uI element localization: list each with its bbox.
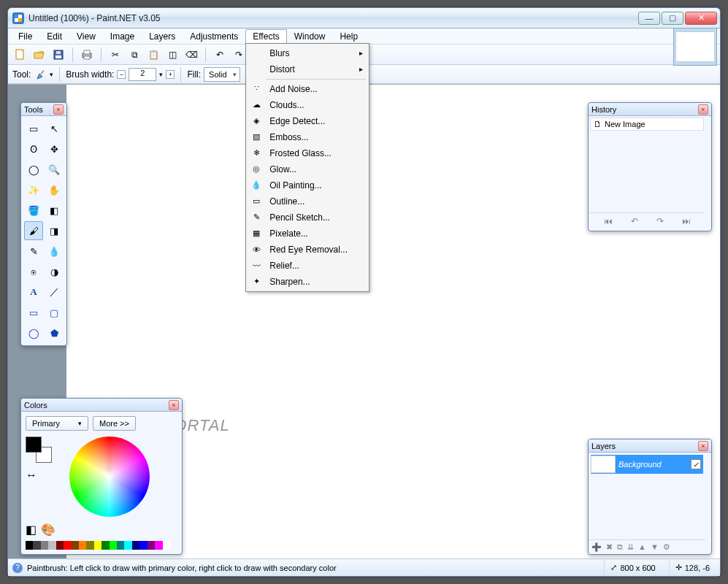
fx-pencil-sketch[interactable]: ✎Pencil Sketch... <box>248 210 367 226</box>
tool-rectangle[interactable]: ▭ <box>24 303 43 322</box>
swatch[interactable] <box>110 541 117 550</box>
swatch[interactable] <box>86 541 93 550</box>
tool-color-picker[interactable]: 💧 <box>45 242 64 261</box>
tool-magic-wand[interactable]: ✨ <box>24 180 43 199</box>
swap-colors-icon[interactable]: ↔ <box>26 469 37 482</box>
current-tool-icon[interactable] <box>34 66 50 82</box>
tool-ellipse[interactable]: ◯ <box>24 323 43 342</box>
fx-oil-painting[interactable]: 💧Oil Painting... <box>248 177 367 193</box>
layer-props-icon[interactable]: ⚙ <box>663 542 670 552</box>
menu-edit[interactable]: Edit <box>39 29 69 44</box>
swatch[interactable] <box>79 541 86 550</box>
menu-layers[interactable]: Layers <box>142 29 183 44</box>
swatch[interactable] <box>117 541 124 550</box>
fx-add-noise[interactable]: ∵Add Noise... <box>248 81 367 97</box>
minimize-button[interactable]: — <box>638 12 660 25</box>
crop-button[interactable]: ◫ <box>164 47 180 63</box>
layers-close-icon[interactable]: × <box>698 441 708 451</box>
layer-down-icon[interactable]: ▼ <box>651 542 659 552</box>
menu-file[interactable]: File <box>11 29 39 44</box>
brush-width-increment[interactable]: + <box>166 70 175 79</box>
history-close-icon[interactable]: × <box>698 104 708 115</box>
swatch[interactable] <box>163 541 170 550</box>
fx-clouds[interactable]: ☁Clouds... <box>248 97 367 113</box>
history-undo-icon[interactable]: ↶ <box>631 216 638 226</box>
tool-recolor[interactable]: ◑ <box>45 262 64 281</box>
colors-more-button[interactable]: More >> <box>93 416 136 431</box>
swatch[interactable] <box>124 541 131 550</box>
history-palette[interactable]: History× 🗋 New Image ⏮ ↶ ↷ ⏭ <box>588 102 712 231</box>
redo-button[interactable]: ↷ <box>231 47 247 63</box>
fx-sharpen[interactable]: ✦Sharpen... <box>248 274 367 290</box>
swatch[interactable] <box>132 541 139 550</box>
deselect-button[interactable]: ⌫ <box>183 47 199 63</box>
tool-paintbrush[interactable]: 🖌 <box>24 221 43 240</box>
layer-delete-icon[interactable]: ✖ <box>606 542 613 552</box>
tool-clone-stamp[interactable]: ⍟ <box>24 262 43 281</box>
menu-image[interactable]: Image <box>103 29 142 44</box>
tool-eraser[interactable]: ◨ <box>45 221 64 240</box>
colors-close-icon[interactable]: × <box>169 400 179 410</box>
undo-button[interactable]: ↶ <box>212 47 228 63</box>
fx-red-eye-removal[interactable]: 👁Red Eye Removal... <box>248 242 367 258</box>
primary-secondary-swatch[interactable] <box>26 437 52 463</box>
tool-freeform[interactable]: ⬟ <box>45 323 64 342</box>
tool-line[interactable]: ／ <box>45 283 64 301</box>
fx-edge-detect[interactable]: ◈Edge Detect... <box>248 113 367 129</box>
maximize-button[interactable]: ▢ <box>662 12 683 25</box>
tool-pencil[interactable]: ✎ <box>24 242 43 261</box>
tools-palette[interactable]: Tools× ▭ ↖ ʘ ✥ ◯ 🔍 ✨ ✋ 🪣 ◧ 🖌 ◨ ✎ 💧 ⍟ ◑ A… <box>20 102 67 346</box>
image-thumbnail[interactable] <box>673 28 717 66</box>
swatch[interactable] <box>56 541 64 550</box>
menu-window[interactable]: Window <box>287 29 333 44</box>
tool-rounded-rect[interactable]: ▢ <box>45 303 64 322</box>
tool-move-selection[interactable]: ↖ <box>45 119 64 138</box>
layer-row[interactable]: Background ✓ <box>591 455 703 474</box>
tool-lasso[interactable]: ʘ <box>24 139 43 158</box>
layer-up-icon[interactable]: ▲ <box>638 542 646 552</box>
swatch[interactable] <box>33 541 40 550</box>
swatch[interactable] <box>147 541 155 550</box>
layers-palette[interactable]: Layers× Background ✓ ➕ ✖ ⧉ ⇊ ▲ ▼ ⚙ <box>588 439 712 555</box>
tool-rect-select[interactable]: ▭ <box>24 119 43 138</box>
tools-close-icon[interactable]: × <box>53 104 64 115</box>
menu-adjustments[interactable]: Adjustments <box>183 29 245 44</box>
fx-relief[interactable]: 〰Relief... <box>248 258 367 274</box>
copy-button[interactable]: ⧉ <box>126 47 142 63</box>
tool-move-pixels[interactable]: ✥ <box>45 139 64 158</box>
swatch[interactable] <box>41 541 48 550</box>
history-rewind-icon[interactable]: ⏮ <box>604 216 613 226</box>
tool-text[interactable]: A <box>24 283 43 301</box>
brush-width-decrement[interactable]: − <box>117 70 126 79</box>
swatch[interactable] <box>94 541 101 550</box>
swatch[interactable] <box>155 541 162 550</box>
layer-visible-checkbox[interactable]: ✓ <box>691 459 701 469</box>
layer-add-icon[interactable]: ➕ <box>591 542 602 552</box>
history-redo-icon[interactable]: ↷ <box>656 216 664 226</box>
color-swatches[interactable] <box>26 541 170 550</box>
swatch[interactable] <box>48 541 55 550</box>
fill-dropdown[interactable]: Solid <box>204 67 240 82</box>
save-button[interactable] <box>50 47 66 63</box>
fx-frosted-glass[interactable]: ❄Frosted Glass... <box>248 145 367 161</box>
tool-paint-bucket[interactable]: 🪣 <box>24 201 43 220</box>
tool-zoom[interactable]: 🔍 <box>45 160 64 179</box>
tool-gradient[interactable]: ◧ <box>45 201 64 220</box>
open-button[interactable] <box>31 47 47 63</box>
layer-merge-icon[interactable]: ⇊ <box>627 542 634 552</box>
menu-effects[interactable]: Effects <box>245 29 286 44</box>
swatch[interactable] <box>64 541 71 550</box>
print-button[interactable] <box>79 47 95 63</box>
tool-pan[interactable]: ✋ <box>45 180 64 199</box>
fx-blurs[interactable]: Blurs▸ <box>248 45 367 61</box>
fx-glow[interactable]: ◎Glow... <box>248 161 367 177</box>
new-button[interactable] <box>12 47 28 63</box>
bw-swatch-icon[interactable]: ◧ <box>26 523 37 537</box>
swatch[interactable] <box>139 541 147 550</box>
tool-ellipse-select[interactable]: ◯ <box>24 160 43 179</box>
colors-palette[interactable]: Colors× Primary▾ More >> ↔ ◧ 🎨 <box>20 398 183 555</box>
menu-view[interactable]: View <box>69 29 103 44</box>
swatch[interactable] <box>72 541 79 550</box>
primary-color[interactable] <box>26 437 42 453</box>
palette-add-icon[interactable]: 🎨 <box>41 523 55 537</box>
